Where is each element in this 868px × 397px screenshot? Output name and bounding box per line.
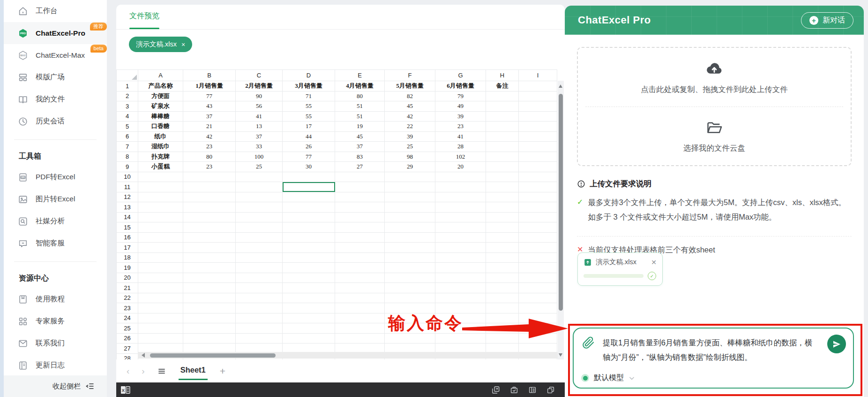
cell-F9[interactable]: 29 <box>385 162 435 172</box>
cell-B8[interactable]: 80 <box>183 152 236 162</box>
row-header-8[interactable]: 8 <box>117 152 138 162</box>
cell-I11[interactable] <box>519 182 557 192</box>
row-header-13[interactable]: 13 <box>117 202 138 213</box>
cell-C21[interactable] <box>236 283 283 293</box>
cell-H1[interactable]: 备注 <box>486 81 519 92</box>
row-header-27[interactable]: 27 <box>117 344 138 354</box>
sidebar-item-service[interactable]: 智能客服 <box>4 232 107 254</box>
scroll-up-icon[interactable] <box>559 84 562 88</box>
cell-G12[interactable] <box>435 192 486 202</box>
row-header-17[interactable]: 17 <box>117 243 138 253</box>
cell-C12[interactable] <box>236 192 283 202</box>
cell-H11[interactable] <box>486 182 519 192</box>
cell-G14[interactable] <box>435 212 486 222</box>
vertical-scroll-thumb[interactable] <box>559 94 563 311</box>
cell-F16[interactable] <box>385 232 435 243</box>
cell-A10[interactable] <box>138 172 183 182</box>
cell-D25[interactable] <box>283 323 335 334</box>
cell-G19[interactable] <box>435 263 486 273</box>
cell-D9[interactable]: 30 <box>283 162 335 172</box>
cell-I16[interactable] <box>519 232 557 243</box>
cell-I14[interactable] <box>519 212 557 222</box>
cell-C19[interactable] <box>236 263 283 273</box>
cell-E7[interactable]: 37 <box>335 142 385 152</box>
cell-D11[interactable] <box>283 182 335 192</box>
cell-C5[interactable]: 13 <box>236 122 283 132</box>
row-header-4[interactable]: 4 <box>117 111 138 122</box>
cell-B5[interactable]: 21 <box>183 122 236 132</box>
cell-G17[interactable] <box>435 243 486 253</box>
row-header-21[interactable]: 21 <box>117 283 138 293</box>
cell-F21[interactable] <box>385 283 435 293</box>
cell-E5[interactable]: 19 <box>335 122 385 132</box>
close-icon[interactable]: × <box>181 41 185 48</box>
cell-G22[interactable] <box>435 293 486 303</box>
cell-C7[interactable]: 33 <box>236 142 283 152</box>
cell-F18[interactable] <box>385 252 435 263</box>
cell-F1[interactable]: 5月销售量 <box>385 81 435 92</box>
new-chat-button[interactable]: + 新对话 <box>801 12 853 29</box>
toolbox-check-icon[interactable] <box>510 386 518 394</box>
cell-H7[interactable] <box>486 142 519 152</box>
cell-E17[interactable] <box>335 243 385 253</box>
next-sheet-icon[interactable]: › <box>142 366 144 376</box>
command-text[interactable]: 提取1月销售量到6月销售量方便面、棒棒糖和纸巾的数据，横轴为“月份”，“纵轴为销… <box>603 336 815 364</box>
cell-G10[interactable] <box>435 172 486 182</box>
cell-F4[interactable]: 42 <box>385 111 435 122</box>
cell-E26[interactable] <box>335 333 385 344</box>
column-header-E[interactable]: E <box>335 70 385 81</box>
cell-C8[interactable]: 100 <box>236 152 283 162</box>
cell-C24[interactable] <box>236 313 283 323</box>
cell-B7[interactable]: 23 <box>183 142 236 152</box>
cell-I15[interactable] <box>519 222 557 233</box>
cell-I20[interactable] <box>519 273 557 283</box>
row-header-28[interactable]: 28 <box>117 353 138 359</box>
cell-G20[interactable] <box>435 273 486 283</box>
cell-F2[interactable]: 82 <box>385 91 435 101</box>
excel-app-icon[interactable]: X <box>120 384 131 396</box>
cell-E22[interactable] <box>335 293 385 303</box>
cell-B3[interactable]: 43 <box>183 101 236 112</box>
cell-D3[interactable]: 55 <box>283 101 335 112</box>
sidebar-item-social[interactable]: 社媒分析 <box>4 210 107 232</box>
row-header-5[interactable]: 5 <box>117 122 138 132</box>
sidebar-item-history[interactable]: 历史会话 <box>4 110 107 132</box>
cell-H4[interactable] <box>486 111 519 122</box>
cell-I12[interactable] <box>519 192 557 202</box>
cell-A7[interactable]: 湿纸巾 <box>138 142 183 152</box>
sidebar-item-expert[interactable]: 专家服务 <box>4 310 107 332</box>
cell-D16[interactable] <box>283 232 335 243</box>
uploaded-file-card[interactable]: 演示文稿.xlsx ✕ ✓ <box>577 252 663 286</box>
cell-G15[interactable] <box>435 222 486 233</box>
cell-C4[interactable]: 41 <box>236 111 283 122</box>
cloud-drive-picker[interactable]: 选择我的文件云盘 <box>578 107 851 166</box>
sidebar-item-home[interactable]: 工作台 <box>4 0 107 22</box>
cell-F10[interactable] <box>385 172 435 182</box>
sheet-tab-sheet1[interactable]: Sheet1 <box>179 362 208 380</box>
cell-A21[interactable] <box>138 283 183 293</box>
cell-E11[interactable] <box>335 182 385 192</box>
cell-D24[interactable] <box>283 313 335 323</box>
cell-E4[interactable]: 51 <box>335 111 385 122</box>
row-header-9[interactable]: 9 <box>117 162 138 172</box>
cell-B13[interactable] <box>183 202 236 213</box>
cell-A13[interactable] <box>138 202 183 213</box>
cell-B6[interactable]: 42 <box>183 131 236 142</box>
cell-B18[interactable] <box>183 252 236 263</box>
cell-D7[interactable]: 26 <box>283 142 335 152</box>
cell-B1[interactable]: 1月销售量 <box>183 81 236 92</box>
column-header-A[interactable]: A <box>138 70 183 81</box>
cell-B11[interactable] <box>183 182 236 192</box>
cell-F6[interactable]: 39 <box>385 131 435 142</box>
cell-D1[interactable]: 3月销售量 <box>283 81 335 92</box>
cell-C17[interactable] <box>236 243 283 253</box>
cell-D12[interactable] <box>283 192 335 202</box>
cell-H3[interactable] <box>486 101 519 112</box>
cell-I9[interactable] <box>519 162 557 172</box>
cell-D18[interactable] <box>283 252 335 263</box>
cell-C1[interactable]: 2月销售量 <box>236 81 283 92</box>
cell-H17[interactable] <box>486 243 519 253</box>
cell-A1[interactable]: 产品名称 <box>138 81 183 92</box>
cell-I21[interactable] <box>519 283 557 293</box>
refresh-copy-icon[interactable] <box>492 386 500 394</box>
